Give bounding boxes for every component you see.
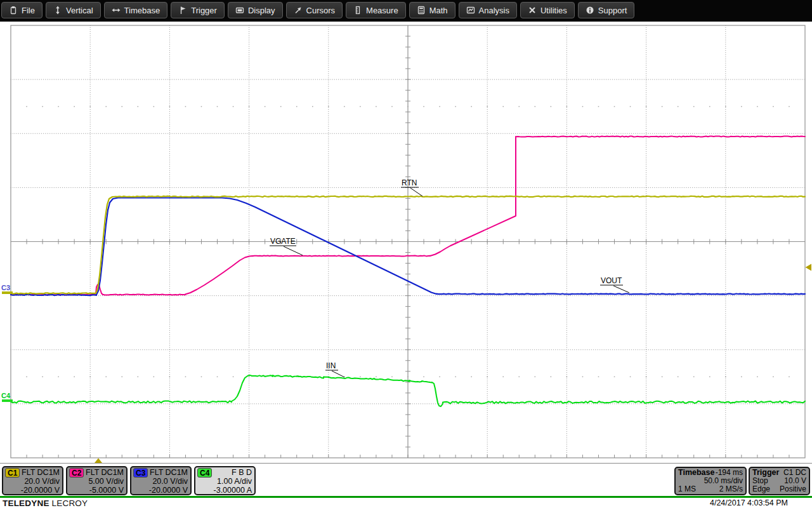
c2-scale: 5.00 V/div [88, 478, 124, 486]
menu-support-label: Support [598, 6, 627, 15]
menu-vertical[interactable]: Vertical [46, 2, 101, 18]
channel-marker-c3: C3 [1, 284, 10, 291]
trace-label-vgate: VGATE [270, 237, 296, 246]
c1-chip: C1 [5, 468, 20, 478]
menu-measure[interactable]: Measure [346, 2, 406, 18]
c2-coupling: FLT DC1M [86, 469, 124, 478]
menu-trigger[interactable]: Trigger [171, 2, 225, 18]
menu-utilities[interactable]: Utilities [520, 2, 575, 18]
cursor-arrow-icon [294, 6, 303, 15]
vertical-arrows-icon [53, 6, 62, 15]
trace-label-rtn: RTN [402, 178, 417, 187]
trigger-flag-icon [178, 6, 187, 15]
c3-scale: 20.0 V/div [152, 478, 188, 486]
channel-marker-c4: C4 [1, 392, 11, 399]
menu-utilities-label: Utilities [540, 6, 567, 15]
grid [11, 25, 805, 458]
c4-chip: C4 [197, 468, 212, 478]
menu-support[interactable]: Support [578, 2, 635, 18]
c2-offset: -5.0000 V [89, 486, 124, 495]
file-icon [9, 6, 18, 15]
brand-logo: TELEDYNE LECROY [3, 498, 88, 508]
tools-icon [528, 6, 537, 15]
chart-icon [466, 6, 475, 15]
scope-graticule: RTNVGATEVOUTIINC3C4 [0, 22, 812, 463]
timebase-rate: 2 MS/s [719, 485, 743, 493]
c4-scale: 1.00 A/div [217, 478, 252, 486]
menu-cursors-label: Cursors [306, 6, 336, 15]
display-icon [235, 6, 244, 15]
menu-file[interactable]: File [1, 2, 43, 18]
menu-analysis-label: Analysis [479, 6, 509, 15]
trace-label-iin: IIN [326, 361, 336, 370]
ruler-icon [353, 6, 362, 15]
menu-display[interactable]: Display [228, 2, 283, 18]
menu-timebase-label: Timebase [124, 6, 160, 15]
menu-display-label: Display [248, 6, 275, 15]
footer: TELEDYNE LECROY 4/24/2017 4:03:54 PM [0, 498, 812, 508]
brand-lecroy: LECROY [52, 498, 88, 508]
trigger-time-marker [95, 458, 102, 464]
timebase-samples: 1 MS [678, 485, 696, 493]
menu-cursors[interactable]: Cursors [286, 2, 343, 18]
menu-bar: File Vertical Timebase Trigger Display C… [0, 0, 812, 22]
c3-coupling: FLT DC1M [150, 469, 188, 478]
trigger-slope: Positive [780, 485, 806, 493]
c3-chip: C3 [133, 468, 148, 478]
c4-coupling: F B D [232, 469, 252, 478]
menu-analysis[interactable]: Analysis [459, 2, 517, 18]
trigger-box[interactable]: Trigger C1 DC Stop 10.0 V Edge Positive [749, 467, 810, 495]
waveform-display[interactable]: RTNVGATEVOUTIINC3C4 [0, 22, 812, 463]
menu-timebase[interactable]: Timebase [104, 2, 168, 18]
horizontal-arrows-icon [112, 6, 121, 15]
datetime: 4/24/2017 4:03:54 PM [710, 498, 788, 507]
menu-math[interactable]: Math [409, 2, 455, 18]
calculator-icon [417, 6, 426, 15]
c1-scale: 20.0 V/div [24, 478, 60, 486]
channel-box-c2[interactable]: C2 FLT DC1M 5.00 V/div -5.0000 V [66, 466, 128, 495]
menu-file-label: File [22, 6, 35, 15]
c3-offset: -20.0000 V [149, 486, 188, 495]
trace-label-vout: VOUT [601, 276, 622, 285]
channel-box-c4[interactable]: C4 F B D 1.00 A/div -3.00000 A [194, 466, 256, 495]
trigger-level-marker [806, 264, 812, 271]
c2-chip: C2 [69, 468, 84, 478]
c4-offset: -3.00000 A [214, 486, 252, 495]
menu-measure-label: Measure [366, 6, 398, 15]
bottom-panel: C1 FLT DC1M 20.0 V/div -20.0000 V C2 FLT… [0, 463, 812, 496]
c1-coupling: FLT DC1M [22, 469, 60, 478]
c1-offset: -20.0000 V [21, 486, 60, 495]
menu-trigger-label: Trigger [191, 6, 217, 15]
trigger-type: Edge [752, 485, 770, 493]
channel-box-c1[interactable]: C1 FLT DC1M 20.0 V/div -20.0000 V [2, 466, 63, 495]
menu-vertical-label: Vertical [66, 6, 93, 15]
menu-math-label: Math [429, 6, 448, 15]
info-icon [586, 6, 594, 15]
channel-box-c3[interactable]: C3 FLT DC1M 20.0 V/div -20.0000 V [130, 466, 192, 495]
timebase-box[interactable]: Timebase -194 ms 50.0 ms/div 1 MS 2 MS/s [674, 467, 747, 495]
brand-teledyne: TELEDYNE [3, 498, 49, 508]
